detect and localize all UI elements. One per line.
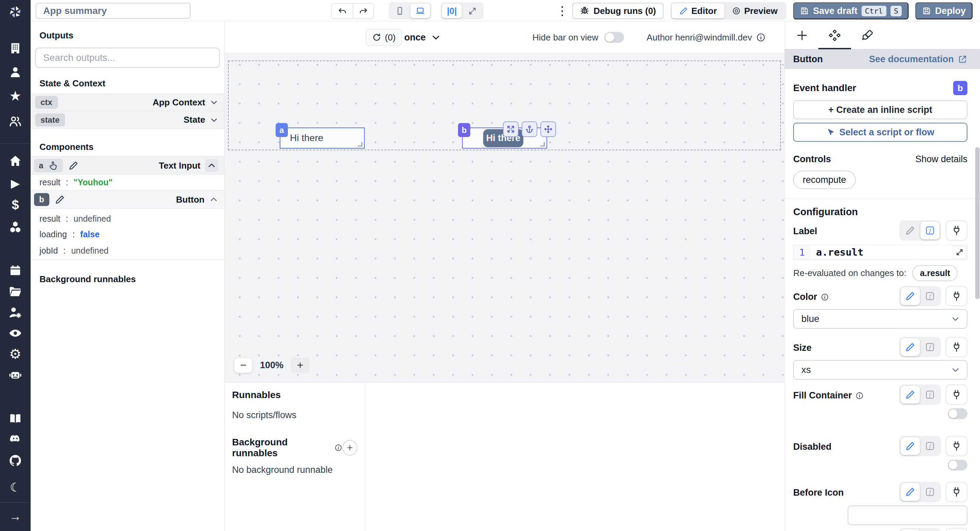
expand-component-icon[interactable] — [503, 121, 519, 137]
chevron-down-icon[interactable] — [210, 98, 218, 106]
refresh-mode-label[interactable]: once — [404, 32, 426, 43]
state-row[interactable]: state State — [30, 111, 224, 129]
preview-tab[interactable]: Preview — [724, 3, 785, 18]
see-documentation-link[interactable]: See documentation — [869, 54, 967, 65]
zoom-in-button[interactable]: + — [291, 358, 309, 373]
static-mode-icon[interactable] — [901, 222, 920, 239]
select-script-or-flow-button[interactable]: Select a script or flow — [793, 123, 967, 142]
eval-mode-icon[interactable] — [920, 222, 940, 239]
size-select[interactable]: xs — [793, 360, 967, 380]
connect-output-button[interactable] — [946, 337, 967, 357]
fill-container-toggle[interactable] — [948, 408, 967, 419]
static-mode-icon[interactable] — [901, 437, 920, 455]
sidebar-item-workers[interactable] — [8, 304, 23, 320]
eval-mode-icon[interactable] — [920, 287, 940, 305]
info-icon[interactable] — [756, 33, 765, 42]
hand-pointer-icon[interactable] — [48, 160, 58, 171]
before-icon-input[interactable] — [848, 506, 967, 525]
disabled-toggle[interactable] — [948, 460, 967, 471]
move-component-icon[interactable] — [540, 121, 556, 137]
hide-bar-toggle[interactable] — [605, 32, 624, 43]
connect-output-button[interactable] — [946, 286, 967, 306]
canvas-component-b[interactable]: b Hi there — [462, 127, 547, 149]
chevron-down-icon[interactable] — [431, 33, 441, 42]
sidebar-item-user[interactable] — [8, 64, 23, 80]
component-b-row[interactable]: b Button — [30, 190, 224, 209]
resize-handle[interactable] — [540, 142, 545, 146]
chevron-down-icon[interactable] — [210, 116, 218, 124]
tab-insert-component[interactable] — [786, 21, 818, 49]
add-background-runnable-button[interactable]: + — [342, 440, 357, 455]
edit-id-icon[interactable] — [55, 195, 65, 204]
eval-mode-icon[interactable] — [920, 386, 940, 404]
anchor-component-icon[interactable] — [522, 121, 537, 137]
sidebar-item-ai[interactable] — [8, 367, 23, 383]
sidebar-item-docs[interactable] — [8, 411, 23, 426]
tab-styling[interactable] — [851, 21, 884, 49]
component-a-row[interactable]: a Text Input — [30, 156, 224, 175]
undo-button[interactable] — [332, 4, 353, 18]
static-mode-icon[interactable] — [901, 338, 920, 356]
color-select[interactable]: blue — [793, 309, 967, 329]
mobile-view-button[interactable] — [390, 4, 410, 18]
sidebar-item-runs[interactable]: ▶ — [8, 175, 23, 191]
desktop-view-button[interactable] — [410, 4, 430, 18]
static-mode-icon[interactable] — [901, 386, 920, 404]
info-icon[interactable] — [821, 293, 829, 301]
sidebar-item-groups[interactable] — [8, 114, 23, 129]
edit-id-icon[interactable] — [68, 160, 79, 171]
save-draft-button[interactable]: Save draft Ctrl S — [793, 2, 908, 19]
sidebar-item-github[interactable] — [8, 453, 23, 468]
center-layout-button[interactable]: |0| — [442, 4, 462, 18]
app-canvas[interactable]: a Hi there b Hi there − 100% + — [224, 54, 784, 382]
sidebar-item-discord[interactable] — [8, 431, 23, 447]
eval-mode-icon[interactable] — [920, 483, 940, 501]
expand-editor-icon[interactable] — [953, 246, 966, 259]
eval-mode-icon[interactable] — [920, 338, 940, 356]
canvas-component-a[interactable]: a Hi there — [280, 127, 365, 149]
fullwidth-layout-button[interactable] — [463, 4, 482, 18]
sidebar-collapse-icon[interactable]: → — [8, 509, 23, 524]
static-mode-icon[interactable] — [901, 529, 920, 531]
static-mode-icon[interactable] — [901, 483, 920, 501]
sidebar-item-schedules[interactable] — [8, 263, 23, 278]
info-icon[interactable] — [334, 444, 342, 452]
refresh-button[interactable]: (0) — [366, 29, 402, 46]
dark-mode-toggle-icon[interactable]: ☾ — [8, 480, 23, 495]
static-mode-icon[interactable] — [901, 287, 920, 305]
deploy-button[interactable]: Deploy — [915, 2, 972, 19]
create-inline-script-button[interactable]: + Create an inline script — [793, 100, 967, 119]
sidebar-item-home[interactable] — [8, 153, 23, 169]
collapse-icon[interactable] — [205, 159, 218, 172]
connect-output-button[interactable] — [946, 220, 967, 241]
label-expression-editor[interactable]: 1 a.result — [793, 245, 967, 260]
connect-output-button[interactable] — [946, 528, 967, 531]
text-input-component[interactable]: Hi there — [280, 128, 364, 148]
sidebar-item-variables[interactable]: $ — [8, 197, 23, 212]
more-menu-icon[interactable]: ⋮ — [556, 4, 566, 18]
search-outputs-input[interactable] — [35, 48, 220, 68]
windmill-logo-icon[interactable] — [8, 4, 23, 20]
ctx-row[interactable]: ctx App Context — [30, 94, 224, 111]
recompute-button[interactable]: recompute — [793, 171, 856, 189]
eval-mode-icon[interactable] — [920, 529, 940, 531]
scrollbar-thumb[interactable] — [975, 147, 980, 299]
connect-output-button[interactable] — [946, 482, 967, 502]
sidebar-item-folders[interactable] — [8, 284, 23, 300]
debug-runs-button[interactable]: Debug runs (0) — [572, 3, 663, 19]
sidebar-item-workspace[interactable] — [8, 40, 23, 56]
show-details-link[interactable]: Show details — [915, 154, 967, 165]
resize-handle[interactable] — [358, 142, 363, 146]
eval-mode-icon[interactable] — [920, 437, 940, 455]
info-icon[interactable] — [856, 392, 864, 400]
reeval-dependency-pill[interactable]: a.result — [912, 265, 958, 281]
sidebar-item-audit-logs[interactable] — [8, 325, 23, 341]
connect-output-button[interactable] — [946, 385, 967, 405]
sidebar-item-favorites[interactable]: ★ — [8, 88, 23, 104]
sidebar-item-settings[interactable]: ⚙ — [8, 346, 23, 362]
label-expression-code[interactable]: a.result — [811, 245, 864, 259]
zoom-out-button[interactable]: − — [234, 358, 253, 373]
tab-component-settings[interactable] — [818, 21, 851, 49]
connect-output-button[interactable] — [946, 436, 967, 456]
app-summary-input[interactable] — [36, 3, 191, 19]
